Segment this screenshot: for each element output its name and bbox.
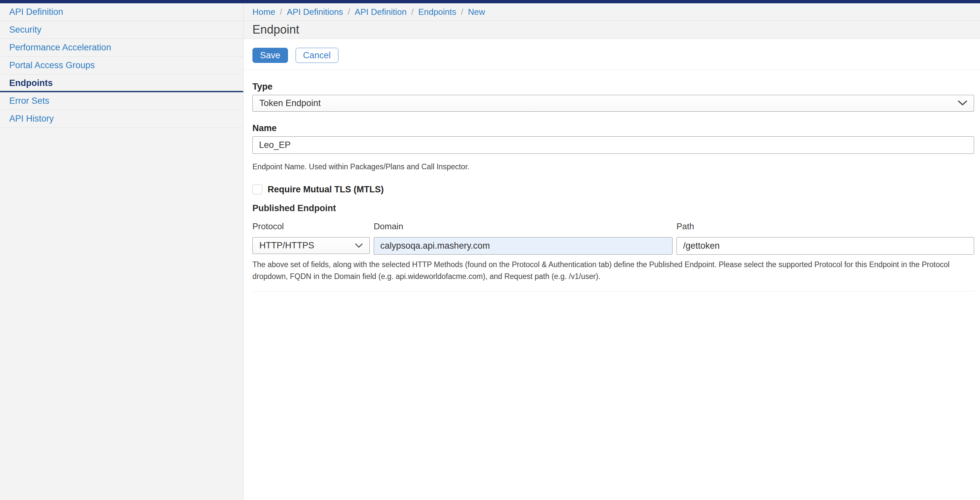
breadcrumb-endpoints[interactable]: Endpoints <box>418 7 457 17</box>
main-content: Home / API Definitions / API Definition … <box>243 3 980 500</box>
mtls-label: Require Mutual TLS (MTLS) <box>267 184 383 195</box>
protocol-label: Protocol <box>252 221 370 232</box>
page-title: Endpoint <box>252 23 299 37</box>
breadcrumb-home[interactable]: Home <box>252 7 275 17</box>
save-button[interactable]: Save <box>252 48 288 63</box>
mtls-row: Require Mutual TLS (MTLS) <box>252 184 974 195</box>
cancel-button[interactable]: Cancel <box>296 48 339 63</box>
name-label: Name <box>252 123 974 133</box>
title-bar: Endpoint <box>243 21 980 39</box>
action-button-row: Save Cancel <box>243 39 980 70</box>
breadcrumb-new[interactable]: New <box>468 7 485 17</box>
sidebar-item-performance-acceleration[interactable]: Performance Acceleration <box>0 39 243 57</box>
chevron-down-icon <box>355 240 363 251</box>
domain-label: Domain <box>374 221 673 232</box>
type-select[interactable]: Token Endpoint <box>252 95 974 112</box>
app-shell: API Definition Security Performance Acce… <box>0 3 980 500</box>
endpoint-form: Type Token Endpoint Name Endpoint Name. … <box>243 70 980 292</box>
breadcrumb-separator: / <box>348 7 350 17</box>
sidebar-item-security[interactable]: Security <box>0 21 243 39</box>
path-column: Path <box>676 221 974 255</box>
breadcrumb-separator: / <box>461 7 463 17</box>
chevron-down-icon <box>958 98 967 108</box>
sidebar-item-error-sets[interactable]: Error Sets <box>0 92 243 110</box>
protocol-select[interactable]: HTTP/HTTPS <box>252 237 370 254</box>
sidebar: API Definition Security Performance Acce… <box>0 3 243 500</box>
breadcrumb-separator: / <box>280 7 282 17</box>
protocol-select-value: HTTP/HTTPS <box>259 240 351 251</box>
breadcrumb-separator: / <box>411 7 414 17</box>
breadcrumb: Home / API Definitions / API Definition … <box>243 3 980 21</box>
type-select-value: Token Endpoint <box>259 98 954 108</box>
sidebar-item-endpoints[interactable]: Endpoints <box>0 75 243 92</box>
type-label: Type <box>252 82 974 92</box>
domain-input[interactable] <box>374 237 673 255</box>
name-input[interactable] <box>252 137 974 154</box>
form-bottom-divider <box>252 291 974 292</box>
mtls-checkbox[interactable] <box>252 184 262 194</box>
published-endpoint-row: Protocol HTTP/HTTPS Domain Path <box>252 221 974 255</box>
sidebar-item-api-history[interactable]: API History <box>0 110 243 128</box>
breadcrumb-api-definitions[interactable]: API Definitions <box>287 7 344 17</box>
protocol-column: Protocol HTTP/HTTPS <box>252 221 370 255</box>
published-endpoint-heading: Published Endpoint <box>252 203 974 213</box>
breadcrumb-api-definition[interactable]: API Definition <box>355 7 407 17</box>
top-accent-bar <box>0 0 980 3</box>
path-label: Path <box>676 221 974 232</box>
published-endpoint-help-text: The above set of fields, along with the … <box>252 259 974 283</box>
sidebar-item-api-definition[interactable]: API Definition <box>0 3 243 21</box>
domain-column: Domain <box>374 221 673 255</box>
path-input[interactable] <box>676 237 974 255</box>
name-help-text: Endpoint Name. Used within Packages/Plan… <box>252 161 974 173</box>
sidebar-item-portal-access-groups[interactable]: Portal Access Groups <box>0 57 243 75</box>
